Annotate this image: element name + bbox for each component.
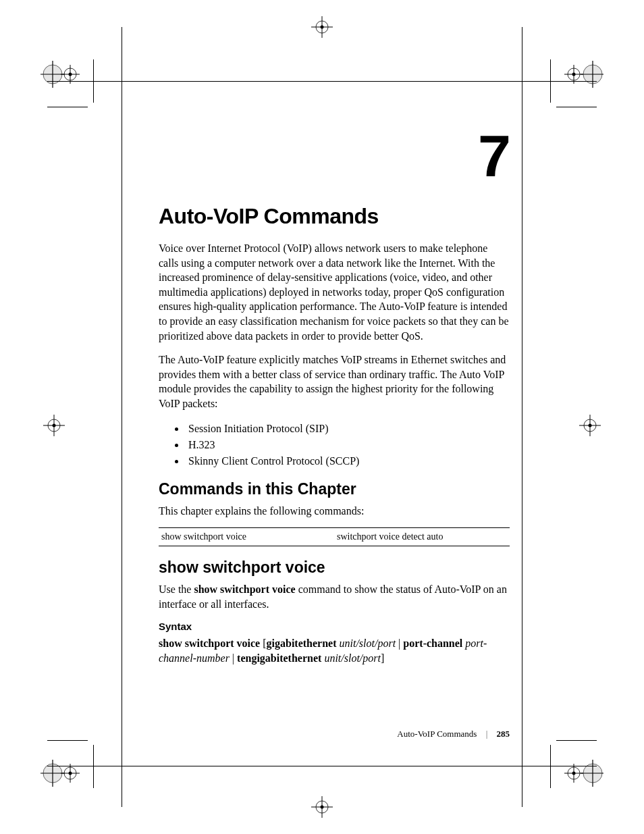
svg-point-7 [69, 73, 72, 76]
syntax-line: show switchport voice [gigabitethernet u… [159, 636, 510, 665]
crop-line [47, 107, 88, 107]
intro-paragraph-1: Voice over Internet Protocol (VoIP) allo… [159, 241, 510, 343]
svg-point-23 [69, 772, 72, 775]
footer-section-label: Auto-VoIP Commands [397, 729, 477, 739]
protocol-list: Session Initiation Protocol (SIP) H.323 … [159, 421, 510, 469]
syntax-keyword: tengigabitethernet [237, 652, 321, 664]
svg-point-27 [572, 772, 576, 775]
syntax-arg: unit/slot/port [340, 637, 396, 649]
registration-mark-icon [41, 412, 68, 439]
crop-line [556, 107, 597, 107]
svg-point-40 [316, 21, 328, 33]
chapter-number: 7 [159, 122, 510, 190]
commands-table: show switchport voice switchport voice d… [159, 527, 510, 546]
crop-line [47, 766, 597, 766]
registration-mark-icon [41, 54, 81, 95]
svg-point-17 [43, 764, 62, 783]
svg-point-36 [584, 419, 596, 432]
syntax-heading: Syntax [159, 621, 510, 632]
svg-point-35 [53, 424, 56, 427]
intro-paragraph-2: The Auto-VoIP feature explicitly matches… [159, 353, 510, 411]
show-switchport-voice-desc: Use the show switchport voice command to… [159, 582, 510, 611]
svg-point-4 [64, 68, 76, 80]
svg-point-11 [572, 73, 576, 76]
commands-in-chapter-heading: Commands in this Chapter [159, 480, 510, 498]
crop-line [47, 740, 88, 741]
text: Use the [159, 583, 194, 595]
commands-in-chapter-lead: This chapter explains the following comm… [159, 504, 510, 519]
crop-line [122, 27, 122, 807]
chapter-title: Auto-VoIP Commands [159, 204, 510, 229]
svg-point-29 [583, 764, 602, 783]
svg-point-43 [321, 26, 324, 29]
registration-mark-icon [302, 14, 342, 41]
text: | [396, 637, 403, 649]
svg-point-24 [568, 767, 580, 779]
svg-point-44 [316, 801, 328, 813]
registration-mark-icon [41, 753, 81, 793]
text: [ [260, 637, 266, 649]
content-area: 7 Auto-VoIP Commands Voice over Internet… [159, 122, 510, 674]
svg-point-8 [568, 68, 580, 80]
svg-point-16 [43, 764, 62, 783]
crop-line [93, 745, 94, 788]
crop-line [556, 740, 597, 741]
crop-line [550, 745, 551, 788]
crop-line [550, 59, 551, 103]
text: | [230, 652, 237, 664]
registration-mark-icon [563, 54, 603, 95]
page-container: 7 Auto-VoIP Commands Voice over Internet… [0, 0, 644, 834]
syntax-keyword: port-channel [403, 637, 462, 649]
crop-line [47, 81, 597, 82]
registration-mark-icon [563, 753, 603, 793]
svg-point-39 [589, 424, 592, 427]
page-footer: Auto-VoIP Commands | 285 [159, 729, 510, 739]
footer-separator: | [486, 729, 488, 739]
show-switchport-voice-heading: show switchport voice [159, 558, 510, 577]
syntax-arg: unit/slot/port [324, 652, 381, 664]
crop-line [522, 27, 522, 807]
table-cell: switchport voice detect auto [334, 528, 510, 546]
syntax-keyword: gigabitethernet [267, 637, 337, 649]
list-item: H.323 [186, 437, 510, 453]
svg-point-28 [583, 764, 602, 783]
text: ] [381, 652, 384, 664]
crop-line [93, 59, 94, 103]
registration-mark-icon [302, 793, 342, 820]
syntax-command: show switchport voice [159, 637, 260, 649]
footer-page-number: 285 [497, 729, 510, 739]
svg-point-20 [64, 767, 76, 779]
svg-point-47 [321, 806, 324, 809]
list-item: Session Initiation Protocol (SIP) [186, 421, 510, 437]
registration-mark-icon [576, 412, 603, 439]
svg-point-32 [48, 419, 60, 432]
command-name-bold: show switchport voice [194, 583, 295, 595]
table-cell: show switchport voice [159, 528, 334, 546]
list-item: Skinny Client Control Protocol (SCCP) [186, 453, 510, 469]
